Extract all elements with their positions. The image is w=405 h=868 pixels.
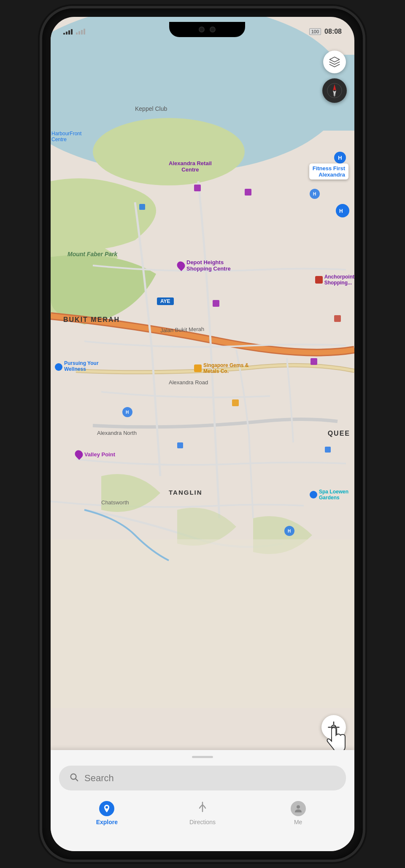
location-pin-icon — [103, 804, 111, 813]
svg-text:H: H — [313, 192, 316, 196]
mount-faber-label: Mount Faber Park — [68, 251, 117, 257]
anchorpoint-marker: AnchorpointShopping... — [315, 274, 354, 286]
person-icon — [294, 804, 303, 813]
svg-point-3 — [93, 118, 245, 185]
anchorpoint-icon — [315, 276, 323, 284]
svg-rect-11 — [334, 315, 341, 322]
valley-point-label: Valley Point — [84, 451, 115, 458]
explore-label: Explore — [96, 819, 118, 825]
singapore-gems-label: Singapore Gems &Metals Co. — [203, 362, 248, 374]
clock-display: 08:08 — [324, 28, 342, 35]
anchorpoint-label: AnchorpointShopping... — [324, 274, 354, 286]
depot-heights-marker: Depot HeightsShopping Centre — [177, 259, 231, 272]
keppel-club-label: Keppel Club — [135, 105, 167, 112]
map-container[interactable]: H H H H Keppel Club HarbourFrontCentre M… — [51, 17, 354, 851]
status-bar: 100 08:08 — [51, 17, 354, 42]
signal-bar-8 — [84, 29, 85, 35]
harbourfront-label: HarbourFrontCentre — [51, 131, 81, 142]
alexandra-retail-marker: Alexandra RetailCentre — [169, 160, 212, 173]
svg-text:H: H — [288, 529, 291, 533]
layers-icon — [329, 56, 340, 68]
svg-rect-8 — [194, 185, 201, 191]
alexandra-road-label: Alexandra Road — [169, 379, 208, 386]
nav-me[interactable]: Me — [250, 801, 346, 825]
map-layers-button[interactable] — [323, 51, 346, 73]
bottom-panel: Search Explore — [51, 750, 354, 851]
pursuing-wellness-label: Pursuing YourWellness — [64, 360, 99, 372]
status-left — [63, 29, 105, 35]
spa-loewen-marker: Spa LoewenGardens — [310, 489, 348, 501]
compass-icon: N — [327, 83, 343, 99]
search-placeholder: Search — [84, 773, 114, 784]
notch — [169, 26, 245, 37]
quee-label: QUEE — [328, 430, 350, 437]
signal-bar-3 — [68, 30, 70, 35]
me-icon — [291, 801, 306, 816]
bukit-merah-label: BUKIT MERAH — [63, 316, 120, 324]
phone-screen: 100 08:08 — [51, 17, 354, 851]
signal-bar-5 — [76, 32, 78, 35]
fitness-first-label: Fitness First Alexandra — [309, 163, 348, 179]
signal-bar-4 — [71, 29, 73, 35]
signal-bar-2 — [66, 32, 68, 35]
explore-icon — [99, 801, 114, 816]
map-svg: H H H H — [51, 17, 354, 851]
chatsworth-label: Chatsworth — [101, 499, 129, 506]
directions-icon — [196, 801, 209, 816]
camera-right — [210, 27, 216, 32]
fork-icon — [196, 801, 209, 813]
valley-point-marker: Valley Point — [75, 450, 115, 458]
tanglin-label: TANGLIN — [169, 489, 202, 496]
svg-rect-9 — [245, 189, 251, 196]
search-bar[interactable]: Search — [59, 766, 346, 790]
drag-handle[interactable] — [192, 756, 213, 758]
battery-level: 100 — [309, 28, 321, 35]
svg-rect-12 — [232, 399, 239, 406]
directions-label: Directions — [189, 819, 216, 825]
gems-icon — [194, 364, 202, 372]
aye-badge: AYE — [157, 297, 174, 305]
svg-rect-10 — [213, 300, 219, 307]
svg-point-36 — [297, 805, 300, 809]
pursuing-wellness-marker: Pursuing YourWellness — [55, 360, 99, 372]
svg-text:H: H — [339, 208, 343, 214]
svg-text:H: H — [126, 410, 129, 415]
status-right: 100 08:08 — [309, 28, 342, 35]
phone-device: 100 08:08 — [42, 8, 363, 860]
svg-rect-5 — [139, 204, 145, 210]
svg-rect-6 — [177, 442, 183, 448]
svg-rect-2 — [51, 55, 354, 131]
svg-rect-4 — [51, 539, 354, 708]
fitness-first-icon: H — [334, 152, 346, 163]
signal-bar-1 — [63, 33, 65, 35]
alexandra-north-label: Alexandra North — [97, 430, 137, 436]
fitness-first-marker[interactable]: H Fitness First Alexandra — [309, 152, 348, 179]
signal-bar-6 — [78, 31, 80, 35]
svg-rect-13 — [310, 358, 317, 365]
spa-loewen-label: Spa LoewenGardens — [319, 489, 348, 501]
signal-bar-7 — [81, 30, 83, 35]
alexandra-retail-label: Alexandra RetailCentre — [169, 160, 212, 173]
me-label: Me — [294, 819, 302, 825]
spa-gym-icon — [310, 491, 317, 498]
search-icon — [69, 772, 78, 784]
nav-directions[interactable]: Directions — [155, 801, 251, 825]
compass-button[interactable]: N — [322, 78, 347, 103]
nav-explore[interactable]: Explore — [59, 801, 155, 825]
camera-left — [199, 27, 205, 32]
depot-pin — [176, 260, 187, 271]
signal-bars-left — [63, 29, 105, 35]
wellness-icon — [55, 363, 62, 371]
svg-text:N: N — [333, 94, 335, 96]
magnifier-icon — [69, 772, 78, 782]
valley-point-pin — [73, 449, 85, 460]
notch-inner — [169, 22, 245, 37]
svg-rect-7 — [325, 447, 331, 453]
svg-line-33 — [76, 779, 78, 781]
singapore-gems-marker: Singapore Gems &Metals Co. — [194, 362, 248, 374]
depot-heights-label: Depot HeightsShopping Centre — [186, 259, 231, 272]
bottom-navigation: Explore Directions — [51, 801, 354, 825]
svg-point-34 — [105, 806, 108, 809]
